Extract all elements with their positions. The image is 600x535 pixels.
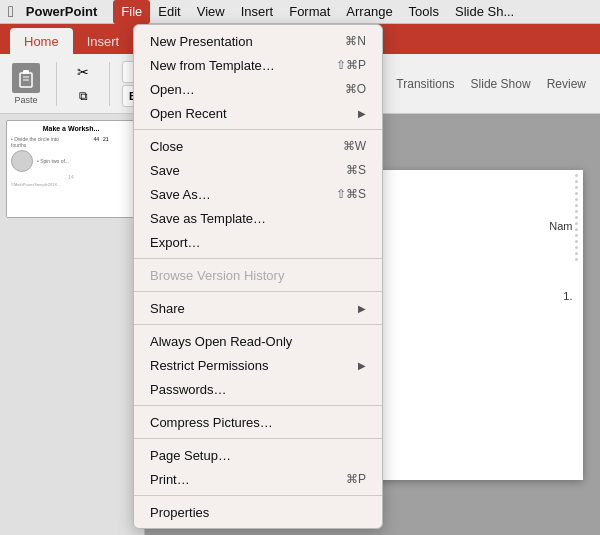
menu-separator-4 (134, 129, 382, 130)
tab-home[interactable]: Home (10, 28, 73, 54)
app-name: PowerPoint (26, 4, 98, 19)
review-tab-label[interactable]: Review (541, 77, 592, 91)
menu-separator-10 (134, 258, 382, 259)
paste-label: Paste (14, 95, 37, 105)
menu-item-label: Browse Version History (150, 268, 366, 283)
menu-item-label: Page Setup… (150, 448, 366, 463)
transitions-tab-label[interactable]: Transitions (390, 77, 460, 91)
slide-name-label: Nam (549, 220, 572, 232)
menu-tools[interactable]: Tools (401, 0, 447, 24)
menu-item-label: Print… (150, 472, 346, 487)
copy-button[interactable]: ⧉ (69, 85, 97, 107)
menu-bar:  PowerPoint File Edit View Insert Forma… (0, 0, 600, 24)
menu-item-label: Compress Pictures… (150, 415, 366, 430)
menu-file[interactable]: File (113, 0, 150, 24)
menu-item-print-[interactable]: Print…⌘P (134, 467, 382, 491)
menu-item-open-recent[interactable]: Open Recent▶ (134, 101, 382, 125)
menu-item-save-as-[interactable]: Save As…⇧⌘S (134, 182, 382, 206)
menu-item-properties[interactable]: Properties (134, 500, 382, 524)
slide-dots-right (571, 170, 583, 480)
menu-item-label: Restrict Permissions (150, 358, 358, 373)
slide-thumb-title: Make a Worksh... (11, 125, 131, 132)
menu-item-save[interactable]: Save⌘S (134, 158, 382, 182)
menu-item-label: Open Recent (150, 106, 358, 121)
menu-item-shortcut: ⌘P (346, 472, 366, 486)
ribbon-paste-group: Paste (8, 60, 44, 108)
menu-item-shortcut: ⌘W (343, 139, 366, 153)
menu-item-open-[interactable]: Open…⌘O (134, 77, 382, 101)
slideshow-tab-label[interactable]: Slide Show (465, 77, 537, 91)
menu-item-always-open-read-only[interactable]: Always Open Read-Only (134, 329, 382, 353)
menu-item-label: Save as Template… (150, 211, 366, 226)
menu-format[interactable]: Format (281, 0, 338, 24)
menu-item-new-presentation[interactable]: New Presentation⌘N (134, 29, 382, 53)
menu-item-label: Export… (150, 235, 366, 250)
menu-view[interactable]: View (189, 0, 233, 24)
menu-item-share[interactable]: Share▶ (134, 296, 382, 320)
menu-item-restrict-permissions[interactable]: Restrict Permissions▶ (134, 353, 382, 377)
slide-number-label: 1. (563, 290, 572, 302)
menu-separator-23 (134, 495, 382, 496)
menu-separator-12 (134, 291, 382, 292)
menu-item-arrow-icon: ▶ (358, 108, 366, 119)
menu-item-label: Save (150, 163, 346, 178)
apple-menu[interactable]:  (8, 3, 14, 21)
menu-item-close[interactable]: Close⌘W (134, 134, 382, 158)
menu-item-label: Share (150, 301, 358, 316)
menu-item-passwords-[interactable]: Passwords… (134, 377, 382, 401)
menu-slideshow[interactable]: Slide Sh... (447, 0, 522, 24)
menu-item-label: Close (150, 139, 343, 154)
slide-panel: 1 Make a Worksh... • Divide the circle i… (0, 114, 145, 535)
menu-item-browse-version-history: Browse Version History (134, 263, 382, 287)
menu-separator-18 (134, 405, 382, 406)
menu-item-shortcut: ⌘S (346, 163, 366, 177)
menu-item-label: Always Open Read-Only (150, 334, 366, 349)
menu-item-compress-pictures-[interactable]: Compress Pictures… (134, 410, 382, 434)
menu-separator-20 (134, 438, 382, 439)
menu-item-new-from-template-[interactable]: New from Template…⇧⌘P (134, 53, 382, 77)
menu-separator-14 (134, 324, 382, 325)
menu-item-label: Open… (150, 82, 345, 97)
menu-item-shortcut: ⇧⌘S (336, 187, 366, 201)
menu-item-shortcut: ⌘N (345, 34, 366, 48)
menu-edit[interactable]: Edit (150, 0, 188, 24)
svg-rect-1 (23, 70, 29, 74)
cut-button[interactable]: ✂ (69, 61, 97, 83)
menu-item-label: Save As… (150, 187, 336, 202)
menu-item-shortcut: ⇧⌘P (336, 58, 366, 72)
divider-1 (56, 62, 57, 106)
tab-insert[interactable]: Insert (73, 28, 134, 54)
paste-button[interactable]: Paste (8, 60, 44, 108)
menu-item-save-as-template-[interactable]: Save as Template… (134, 206, 382, 230)
menu-item-arrow-icon: ▶ (358, 360, 366, 371)
file-dropdown-menu: New Presentation⌘NNew from Template…⇧⌘PO… (133, 24, 383, 529)
menu-insert[interactable]: Insert (233, 0, 282, 24)
menu-item-label: Properties (150, 505, 366, 520)
clipboard-group: ✂ ⧉ (69, 61, 97, 107)
divider-2 (109, 62, 110, 106)
menu-item-label: New Presentation (150, 34, 345, 49)
menu-item-shortcut: ⌘O (345, 82, 366, 96)
slide-thumbnail[interactable]: Make a Worksh... • Divide the circle int… (6, 120, 136, 218)
menu-item-label: Passwords… (150, 382, 366, 397)
menu-item-arrow-icon: ▶ (358, 303, 366, 314)
menu-item-label: New from Template… (150, 58, 336, 73)
menu-arrange[interactable]: Arrange (338, 0, 400, 24)
menu-item-export-[interactable]: Export… (134, 230, 382, 254)
menu-item-page-setup-[interactable]: Page Setup… (134, 443, 382, 467)
paste-icon (12, 63, 40, 93)
